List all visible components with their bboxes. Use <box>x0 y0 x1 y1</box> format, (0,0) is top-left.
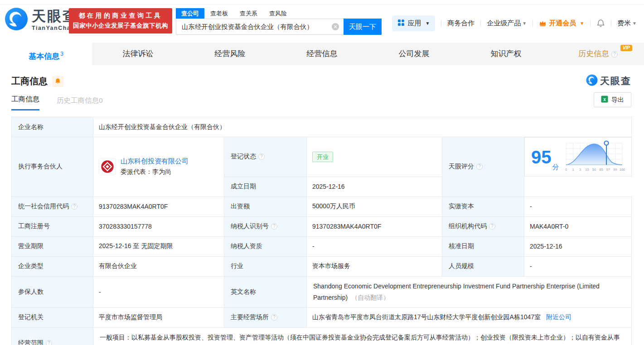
promo-banner: 都在用的商业查询工具 国家中小企业发展子基金旗下机构 <box>69 8 172 34</box>
tab-operation-info[interactable]: 经营信息 <box>276 43 368 65</box>
chevron-down-icon: ▼ <box>522 21 527 26</box>
taxid-label: 纳税人识别号 <box>224 216 307 236</box>
svg-text:97: 97 <box>606 168 610 172</box>
svg-text:1: 1 <box>572 168 574 172</box>
tab-basic-info[interactable]: 基本信息3 <box>0 43 92 65</box>
industry-value: 资本市场服务 <box>307 256 442 276</box>
tab-operation-risk[interactable]: 经营风险 <box>184 43 276 65</box>
help-icon[interactable] <box>258 153 265 160</box>
nav-cooperation[interactable]: 商务合作 <box>447 19 475 28</box>
help-icon[interactable] <box>271 223 277 230</box>
notification-bell[interactable] <box>596 19 605 28</box>
tab-count-badge: 3 <box>60 51 63 57</box>
term-value: 2025-12-16 至 无固定期限 <box>93 236 224 256</box>
industry-label: 行业 <box>224 256 307 276</box>
search-module: 查公司 查老板 查关系 查风险 ✕ 天眼一下 <box>176 8 382 35</box>
score-unit: 分 <box>552 163 559 172</box>
nav-vip[interactable]: 开通会员 ▼ <box>539 19 584 28</box>
auto-translate-note: （自动翻译） <box>351 294 389 301</box>
section-title: 工商信息 <box>11 75 48 87</box>
scope-label: 经营范围 <box>12 327 93 345</box>
vip-badge: VIP <box>620 45 632 51</box>
uscc-label: 统一社会信用代码 <box>12 196 93 216</box>
apps-label: 应用 <box>407 19 421 28</box>
tab-company-development[interactable]: 公司发展 <box>368 43 460 65</box>
tianyancha-watermark: 天眼查 <box>586 74 631 88</box>
search-button[interactable]: 天眼一下 <box>344 19 382 35</box>
nav-divider <box>611 20 611 27</box>
paidin-label: 实缴资本 <box>442 196 524 216</box>
capital-value: 50000万人民币 <box>307 196 442 216</box>
partner-cell: 山东科创投资有限公司 委派代表：李为尚 <box>93 137 224 197</box>
excel-icon: x <box>601 96 608 104</box>
subtab-business-info[interactable]: 工商信息 <box>11 95 39 110</box>
clear-search-icon[interactable]: ✕ <box>332 23 339 30</box>
site-header: 天眼查 TianYanCha.com 都在用的商业查询工具 国家中小企业发展子基… <box>0 5 644 43</box>
help-icon[interactable] <box>271 314 277 321</box>
score-label-text: 天眼评分 <box>449 163 474 170</box>
search-tab-risk[interactable]: 查风险 <box>263 8 293 19</box>
table-row: 登记机关 平度市市场监督管理局 主要经营场所 山东省青岛市平度市凤台街道太原路1… <box>12 307 632 327</box>
business-info-section-head: 工商信息 天眼查 <box>0 65 644 88</box>
tab-intellectual-property[interactable]: 知识产权 <box>460 43 552 65</box>
approval-label: 核准日期 <box>442 236 524 256</box>
tab-legal[interactable]: 法律诉讼 <box>92 43 184 65</box>
nav-enterprise-label: 企业级产品 <box>487 19 521 28</box>
scope-label-text: 经营范围 <box>18 339 44 345</box>
search-tab-boss[interactable]: 查老板 <box>204 8 234 19</box>
svg-text:15: 15 <box>585 168 589 172</box>
orgcode-label: 组织机构代码 <box>442 216 524 236</box>
help-icon[interactable] <box>46 340 52 345</box>
address-value: 山东省青岛市平度市凤台街道太原路17号山东财经大学平度创新创业园A栋1047室 <box>312 313 541 321</box>
regno-value: 370283330157778 <box>93 216 224 236</box>
watermark-text: 天眼查 <box>600 75 631 87</box>
tab-history-info[interactable]: VIP 历史信息 <box>552 43 644 65</box>
staff-value: - <box>524 256 632 276</box>
type-value: 有限合伙企业 <box>93 256 224 276</box>
address-cell: 山东省青岛市平度市凤台街道太原路17号山东财经大学平度创新创业园A栋1047室 … <box>307 307 632 327</box>
nearby-companies-link[interactable]: 附近公司 <box>546 313 571 321</box>
insured-label: 参保人数 <box>12 276 93 307</box>
page-top-divider <box>0 0 644 5</box>
nav-enterprise[interactable]: 企业级产品 ▼ <box>487 19 527 28</box>
subtab-row: 工商信息 历史工商信息0 x 导出 <box>0 95 644 110</box>
regno-label: 工商注册号 <box>12 216 93 236</box>
export-button[interactable]: x 导出 <box>594 92 631 107</box>
partner-representative: 委派代表：李为尚 <box>121 168 189 176</box>
help-icon[interactable] <box>476 163 483 170</box>
subtab-history-business-info[interactable]: 历史工商信息0 <box>57 96 103 110</box>
help-icon[interactable] <box>71 203 77 210</box>
paidin-value: - <box>524 196 632 216</box>
crown-icon <box>539 19 547 28</box>
search-input[interactable] <box>176 19 344 35</box>
apps-menu[interactable]: 应用 ▼ <box>392 15 435 31</box>
monitor-bell-icon[interactable] <box>52 76 63 87</box>
svg-text:0: 0 <box>565 168 567 172</box>
chevron-down-icon: ▼ <box>425 21 430 26</box>
taxid-label-text: 纳税人识别号 <box>231 222 269 230</box>
chevron-down-icon: ▼ <box>580 21 584 26</box>
partner-company-logo[interactable] <box>99 158 116 175</box>
help-icon[interactable] <box>611 51 618 58</box>
reg-status-label-text: 登记状态 <box>231 153 256 160</box>
svg-text:x: x <box>603 97 606 102</box>
en-name-cell: Shandong Economic Development Entreprene… <box>307 276 632 307</box>
search-tab-relation[interactable]: 查关系 <box>234 8 263 19</box>
nav-divider <box>533 20 533 27</box>
partner-company-link[interactable]: 山东科创投资有限公司 <box>121 157 189 165</box>
orgcode-label-text: 组织机构代码 <box>449 222 487 230</box>
address-label-text: 主要经营场所 <box>231 313 269 321</box>
score-label: 天眼评分 <box>442 137 524 197</box>
user-menu[interactable]: 费米 ▼ <box>617 19 637 28</box>
score-value: 95 <box>531 148 552 166</box>
tab-basic-info-label: 基本信息 <box>29 52 59 61</box>
business-info-table: 企业名称 山东经开创业投资基金合伙企业（有限合伙） 执行事务合伙人 山东科创投资… <box>11 117 632 345</box>
help-icon[interactable] <box>489 223 495 230</box>
svg-text:85: 85 <box>599 168 603 172</box>
table-row: 工商注册号 370283330157778 纳税人识别号 91370283MAK… <box>12 216 632 236</box>
table-row: 统一社会信用代码 91370283MAK4A0RT0F 出资额 50000万人民… <box>12 196 632 216</box>
en-name-label: 英文名称 <box>224 276 307 307</box>
nav-divider <box>590 20 591 27</box>
score-cell: 95 分 <box>524 137 632 177</box>
search-tab-company[interactable]: 查公司 <box>176 8 204 19</box>
